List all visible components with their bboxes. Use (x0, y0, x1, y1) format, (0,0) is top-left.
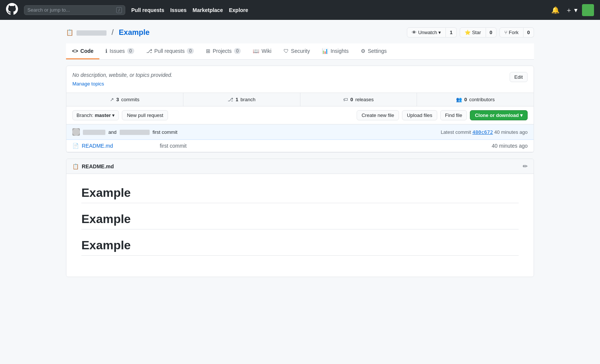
fork-button[interactable]: ⑂ Fork (500, 27, 524, 37)
readme-heading-3: Example (81, 238, 519, 256)
edit-description-button[interactable]: Edit (510, 72, 528, 82)
commit-hash[interactable]: 480c672 (472, 129, 493, 135)
fork-group: ⑂ Fork 0 (500, 27, 534, 37)
navbar: / Pull requests Issues Marketplace Explo… (0, 0, 600, 20)
new-menu-button[interactable]: ＋ ▾ (564, 4, 579, 16)
find-file-button[interactable]: Find file (440, 110, 467, 120)
upload-files-button[interactable]: Upload files (402, 110, 437, 120)
star-label: Star (472, 30, 481, 35)
tab-settings[interactable]: ⚙ Settings (355, 43, 393, 59)
tab-security[interactable]: 🛡 Security (278, 43, 316, 59)
repo-description: No description, website, or topics provi… (66, 66, 534, 93)
commit-and-text: and (108, 129, 117, 135)
new-pull-request-button[interactable]: New pull request (122, 110, 168, 120)
contributors-stat[interactable]: 👥 0 contributors (417, 93, 534, 106)
nav-issues[interactable]: Issues (170, 7, 187, 13)
star-button[interactable]: ⭐ Star (460, 27, 486, 37)
tab-projects[interactable]: ⊞ Projects 0 (200, 43, 247, 59)
code-icon: <> (72, 48, 78, 54)
readme-box: 📋 README.md ✏ Example Example Example (66, 159, 534, 277)
file-doc-icon: 📄 (72, 143, 79, 149)
tab-settings-label: Settings (368, 48, 387, 54)
branches-stat[interactable]: ⎇ 1 branch (183, 93, 300, 106)
create-new-file-button[interactable]: Create new file (357, 110, 399, 120)
pull-requests-icon: ⎇ (146, 48, 152, 54)
wiki-icon: 📖 (253, 48, 259, 54)
tab-code[interactable]: <> Code (66, 43, 99, 59)
repo-actions: 👁 Unwatch ▾ 1 ⭐ Star 0 ⑂ Fork (407, 27, 534, 37)
issues-icon: ℹ (105, 48, 107, 54)
repo-book-icon: 📋 (66, 29, 74, 36)
tab-wiki[interactable]: 📖 Wiki (247, 43, 277, 59)
readme-title: 📋 README.md (72, 163, 114, 169)
releases-label: releases (355, 97, 374, 102)
repo-owner-link[interactable] (76, 28, 106, 37)
file-row: 📄 README.md first commit 40 minutes ago (66, 140, 534, 152)
branch-name: master (95, 112, 111, 118)
readme-heading-2: Example (81, 212, 519, 229)
branch-selector[interactable]: Branch: master ▾ (72, 110, 119, 120)
tag-icon: 🏷 (343, 97, 348, 102)
tab-insights[interactable]: 📊 Insights (316, 43, 354, 59)
file-link[interactable]: README.md (82, 143, 157, 149)
releases-stat[interactable]: 🏷 0 releases (300, 93, 417, 106)
contributors-count: 0 (464, 97, 467, 102)
tab-issues-label: Issues (110, 48, 124, 54)
nav-pull-requests[interactable]: Pull requests (131, 7, 164, 13)
committer-name[interactable] (83, 129, 105, 135)
star-icon: ⭐ (465, 30, 471, 35)
fork-icon: ⑂ (504, 30, 507, 35)
unwatch-button[interactable]: 👁 Unwatch ▾ (407, 27, 446, 37)
repo-header: 📋 / Example 👁 Unwatch ▾ 1 ⭐ Sta (66, 27, 534, 37)
main-content: 📋 / Example 👁 Unwatch ▾ 1 ⭐ Sta (60, 20, 540, 285)
avatar[interactable] (582, 4, 594, 16)
commit-message: first commit (153, 129, 438, 135)
commits-icon: ↗ (110, 97, 114, 102)
notifications-button[interactable]: 🔔 (550, 4, 561, 16)
fork-count[interactable]: 0 (524, 27, 534, 37)
committer-avatar (72, 128, 80, 136)
readme-heading-1: Example (81, 186, 519, 203)
co-committer-name[interactable] (120, 129, 150, 135)
commits-stat[interactable]: ↗ 3 commits (66, 93, 183, 106)
repo-separator: / (110, 28, 116, 37)
projects-icon: ⊞ (206, 48, 210, 54)
stats-row: ↗ 3 commits ⎇ 1 branch 🏷 0 releases 👥 0 … (66, 93, 534, 106)
projects-badge: 0 (234, 48, 241, 54)
branch-chevron-icon: ▾ (112, 112, 115, 118)
clone-download-button[interactable]: Clone or download ▾ (470, 110, 528, 120)
readme-edit-button[interactable]: ✏ (523, 163, 528, 170)
file-time: 40 minutes ago (492, 143, 528, 149)
search-input[interactable] (27, 7, 113, 13)
repo-tabs: <> Code ℹ Issues 0 ⎇ Pull requests 0 ⊞ P… (66, 43, 534, 60)
insights-icon: 📊 (322, 48, 328, 54)
navbar-right: 🔔 ＋ ▾ (550, 4, 594, 16)
chevron-down-icon: ▾ (438, 30, 441, 35)
branch-count: 1 (236, 97, 238, 102)
repo-name-link[interactable]: Example (119, 28, 150, 37)
svg-point-1 (72, 128, 80, 136)
commits-label: commits (121, 97, 139, 102)
toolbar-left: Branch: master ▾ New pull request (72, 110, 168, 120)
readme-filename: README.md (82, 163, 114, 169)
search-box[interactable]: / (24, 5, 125, 15)
github-logo[interactable] (6, 3, 18, 17)
star-count[interactable]: 0 (486, 27, 496, 37)
commits-count: 3 (116, 97, 119, 102)
manage-topics-link[interactable]: Manage topics (72, 81, 172, 87)
branch-icon: ⎇ (228, 97, 233, 102)
tab-pr-label: Pull requests (154, 48, 185, 54)
commit-meta: Latest commit 480c672 40 minutes ago (441, 129, 528, 135)
unwatch-count[interactable]: 1 (446, 27, 456, 37)
security-icon: 🛡 (284, 48, 289, 54)
tab-code-label: Code (80, 48, 93, 54)
branch-label: branch (240, 97, 255, 102)
readme-header: 📋 README.md ✏ (66, 159, 534, 174)
settings-icon: ⚙ (361, 48, 366, 54)
nav-explore[interactable]: Explore (229, 7, 248, 13)
nav-marketplace[interactable]: Marketplace (193, 7, 223, 13)
latest-commit-label: Latest commit (441, 129, 472, 135)
tab-issues[interactable]: ℹ Issues 0 (99, 43, 140, 59)
tab-pull-requests[interactable]: ⎇ Pull requests 0 (140, 43, 200, 59)
contributors-label: contributors (469, 97, 495, 102)
